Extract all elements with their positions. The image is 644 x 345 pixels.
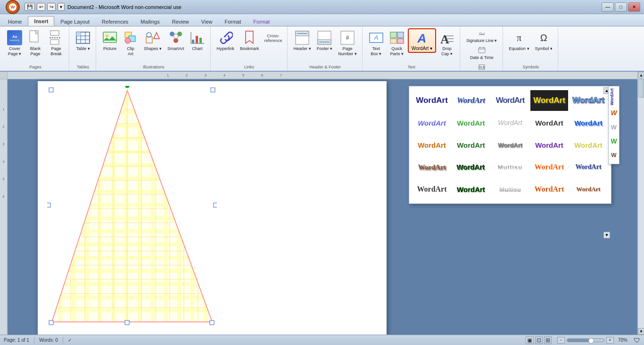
symbols-group-label: Symbols [523, 65, 539, 71]
page-break-button[interactable]: PageBreak [46, 28, 66, 58]
text-box-button[interactable]: A TextBox ▾ [366, 28, 386, 58]
tab-review[interactable]: Review [166, 17, 195, 26]
zoom-bar[interactable] [567, 338, 604, 342]
wordart-label: WordArt ▾ [412, 46, 432, 51]
wordart-style-13[interactable]: WordArt [491, 135, 529, 155]
header-label: Header ▾ [294, 46, 311, 51]
footer-button[interactable]: Footer ▾ [314, 28, 335, 53]
dropdown-btn[interactable]: ▾ [58, 3, 65, 11]
wordart-style-11[interactable]: WordArt [413, 135, 451, 155]
undo-btn[interactable]: ↩ [37, 3, 45, 11]
scroll-thumb[interactable] [638, 79, 644, 98]
text-box-icon: A [369, 30, 384, 45]
zoom-out-button[interactable]: − [557, 337, 565, 344]
wordart-style-10[interactable]: WordArt [570, 112, 607, 133]
tab-mailings[interactable]: Mailings [134, 17, 165, 26]
wordart-style-8[interactable]: WordArt [491, 112, 529, 133]
wordart-style-7[interactable]: WordArt [452, 112, 490, 133]
clip-art-button[interactable]: ClipArt [121, 28, 140, 58]
tab-format[interactable]: Format [218, 17, 247, 26]
wordart-style-15[interactable]: WordArt [570, 135, 607, 155]
web-layout-icon[interactable]: ⊞ [544, 337, 552, 344]
cover-page-button[interactable]: Aa CoverPage ▾ [5, 28, 25, 58]
wordart-style-3[interactable]: WordArt [491, 90, 529, 111]
smartart-button[interactable]: SmartArt [165, 28, 187, 53]
wordart-style-22[interactable]: WordArt [452, 179, 490, 200]
page-number-button[interactable]: # PageNumber ▾ [336, 28, 359, 58]
wordart-button[interactable]: A WordArt ▾ [408, 28, 436, 53]
bookmark-button[interactable]: Bookmark [238, 28, 262, 53]
wordart-style-23[interactable]: Multisu [491, 179, 529, 200]
wordart-style-2[interactable]: WordArt [452, 90, 490, 111]
ribbon-group-misc: Signature Line ▾ Date & Time OLE Object … [461, 26, 503, 71]
svg-text:A: A [373, 34, 378, 41]
wordart-strip-item-3[interactable]: W [610, 120, 618, 134]
quick-parts-button[interactable]: QuickParts ▾ [387, 28, 407, 58]
tab-references[interactable]: References [96, 17, 134, 26]
tab-drawingtools-format[interactable]: Format [247, 17, 276, 26]
quick-parts-label: QuickParts ▾ [390, 46, 404, 57]
print-layout-icon[interactable]: ▣ [526, 337, 534, 344]
zoom-level[interactable]: 70% [616, 337, 630, 343]
save-btn[interactable]: 💾 [25, 3, 35, 11]
tab-insert[interactable]: Insert [28, 16, 54, 26]
wordart-style-4[interactable]: WordArt [530, 90, 568, 111]
smartart-label: SmartArt [167, 46, 184, 51]
tab-view[interactable]: View [195, 17, 219, 26]
wordart-strip-item-1[interactable]: WordArt [610, 88, 618, 105]
wordart-strip-item-4[interactable]: W [610, 135, 618, 148]
cross-reference-button[interactable]: Cross-reference [263, 28, 284, 44]
date-time-button[interactable]: Date & Time [464, 45, 500, 61]
scroll-track[interactable] [638, 78, 644, 328]
svg-rect-10 [103, 32, 116, 42]
blank-page-button[interactable]: BlankPage [25, 28, 45, 58]
tab-home[interactable]: Home [2, 17, 28, 26]
svg-rect-90 [125, 320, 129, 325]
svg-rect-88 [214, 203, 217, 207]
wordart-style-21[interactable]: WordArt [413, 179, 451, 200]
scroll-up-button[interactable]: ▲ [638, 72, 644, 78]
close-button[interactable]: ✕ [628, 2, 640, 12]
equation-button[interactable]: π Equation ▾ [507, 28, 532, 53]
date-time-label: Date & Time [470, 55, 494, 60]
chart-button[interactable]: Chart [188, 28, 207, 53]
maximize-button[interactable]: □ [615, 2, 627, 12]
zoom-in-button[interactable]: + [606, 337, 614, 344]
wordart-style-9[interactable]: WordArt [530, 112, 568, 133]
signature-line-button[interactable]: Signature Line ▾ [464, 28, 500, 44]
wordart-grid: WordArt WordArt WordArt WordArt WordArt … [413, 90, 607, 200]
wordart-style-5[interactable]: WordArt [570, 90, 607, 111]
wordart-style-6[interactable]: WordArt [413, 112, 451, 133]
wordart-strip-item-2[interactable]: W [610, 106, 618, 119]
page-status: Page: 1 of 1 [4, 337, 29, 343]
wordart-style-24[interactable]: WordArt [530, 179, 568, 200]
tab-pagelayout[interactable]: Page Layout [54, 17, 96, 26]
scroll-down-button[interactable]: ▼ [638, 328, 644, 335]
symbol-button[interactable]: Ω Symbol ▾ [533, 28, 555, 53]
zoom-handle[interactable] [588, 338, 594, 344]
chart-icon [190, 30, 205, 45]
wordart-strip-item-5[interactable]: W [610, 149, 618, 162]
wordart-scroll-down[interactable]: ▼ [603, 232, 610, 238]
wordart-style-18[interactable]: Multisu [491, 157, 529, 177]
table-button[interactable]: Table ▾ [73, 28, 93, 53]
redo-btn[interactable]: ↪ [47, 3, 56, 11]
drop-cap-label: DropCap ▾ [441, 46, 453, 57]
office-button[interactable]: W [6, 0, 20, 14]
drop-cap-button[interactable]: A DropCap ▾ [437, 28, 457, 58]
wordart-style-17[interactable]: WordArt [452, 157, 490, 177]
wordart-style-16[interactable]: WordArt [413, 157, 451, 177]
header-button[interactable]: Header ▾ [291, 28, 314, 53]
full-screen-icon[interactable]: ⊡ [535, 337, 543, 344]
wordart-style-14[interactable]: WordArt [530, 135, 568, 155]
hyperlink-button[interactable]: Hyperlink [215, 28, 237, 53]
minimize-button[interactable]: — [602, 2, 614, 12]
wordart-style-1[interactable]: WordArt [413, 90, 451, 111]
wordart-style-20[interactable]: WordArt [570, 157, 607, 177]
check-icon[interactable]: ✓ [68, 337, 72, 343]
shapes-button[interactable]: Shapes ▾ [141, 28, 164, 53]
picture-button[interactable]: Picture [100, 28, 120, 53]
wordart-style-25[interactable]: WordArt [570, 179, 607, 200]
wordart-style-12[interactable]: WordArt [452, 135, 490, 155]
wordart-style-19[interactable]: WordArt [530, 157, 568, 177]
